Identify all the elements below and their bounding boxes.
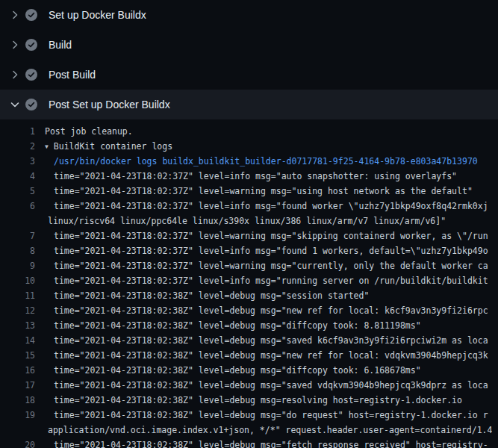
log-line-number[interactable]: 10	[0, 273, 35, 288]
log-line: 16 time="2021-04-23T18:02:38Z" level=deb…	[0, 363, 498, 378]
log-line-text: ▼BuildKit container logs	[35, 139, 172, 154]
log-line-number[interactable]: 11	[0, 288, 35, 303]
log-line-text: time="2021-04-23T18:02:37Z" level=info m…	[35, 199, 488, 214]
log-line-number[interactable]: 2	[0, 139, 35, 154]
log-line-number[interactable]: 20	[0, 438, 35, 448]
log-line: 11 time="2021-04-23T18:02:38Z" level=deb…	[0, 288, 498, 303]
log-line: 3 /usr/bin/docker logs buildx_buildkit_b…	[0, 154, 498, 169]
chevron-right-icon	[9, 39, 21, 51]
log-line-text: time="2021-04-23T18:02:38Z" level=debug …	[35, 393, 462, 408]
log-line-number[interactable]: 3	[0, 154, 35, 169]
check-circle-icon	[25, 99, 37, 111]
log-line-number[interactable]: 5	[0, 184, 35, 199]
log-line: linux/riscv64 linux/ppc64le linux/s390x …	[0, 214, 498, 228]
log-line-number[interactable]: 19	[0, 408, 35, 423]
log-line-text: time="2021-04-23T18:02:37Z" level=warnin…	[35, 184, 473, 199]
log-line: 8 time="2021-04-23T18:02:37Z" level=info…	[0, 243, 498, 258]
log-line: 7 time="2021-04-23T18:02:37Z" level=warn…	[0, 228, 498, 243]
log-line-text: time="2021-04-23T18:02:37Z" level=info m…	[35, 243, 488, 258]
log-line: 1 Post job cleanup.	[0, 124, 498, 139]
log-line-text: time="2021-04-23T18:02:38Z" level=debug …	[35, 408, 488, 423]
log-panel: 1 Post job cleanup. 2 ▼BuildKit containe…	[0, 119, 498, 448]
log-line-text: application/vnd.oci.image.index.v1+json,…	[35, 423, 492, 438]
step-title: Set up Docker Buildx	[49, 9, 146, 21]
log-line: 5 time="2021-04-23T18:02:37Z" level=warn…	[0, 184, 498, 199]
group-label[interactable]: BuildKit container logs	[54, 141, 172, 152]
log-line: 9 time="2021-04-23T18:02:37Z" level=warn…	[0, 258, 498, 273]
log-line: 13 time="2021-04-23T18:02:38Z" level=deb…	[0, 318, 498, 333]
log-line-text: time="2021-04-23T18:02:38Z" level=debug …	[35, 303, 488, 318]
log-line-text: time="2021-04-23T18:02:38Z" level=debug …	[35, 318, 421, 333]
log-line-number[interactable]: 8	[0, 243, 35, 258]
log-line-text: time="2021-04-23T18:02:38Z" level=debug …	[35, 378, 488, 393]
log-line: application/vnd.oci.image.index.v1+json,…	[0, 423, 498, 438]
step-title: Build	[49, 39, 72, 51]
log-line-text: time="2021-04-23T18:02:38Z" level=debug …	[35, 348, 488, 363]
log-line-number[interactable]: 13	[0, 318, 35, 333]
log-line: 14 time="2021-04-23T18:02:38Z" level=deb…	[0, 333, 498, 348]
group-collapse-triangle-icon[interactable]: ▼	[45, 143, 49, 150]
chevron-right-icon	[9, 69, 21, 81]
log-line-number[interactable]: 18	[0, 393, 35, 408]
log-line: 18 time="2021-04-23T18:02:38Z" level=deb…	[0, 393, 498, 408]
log-line: 20 time="2021-04-23T18:02:38Z" level=deb…	[0, 438, 498, 448]
log-line-text: linux/riscv64 linux/ppc64le linux/s390x …	[35, 214, 446, 228]
log-line: 6 time="2021-04-23T18:02:37Z" level=info…	[0, 199, 498, 214]
log-line: 4 time="2021-04-23T18:02:37Z" level=info…	[0, 169, 498, 184]
chevron-down-icon	[9, 99, 21, 111]
log-line-number[interactable]: 16	[0, 363, 35, 378]
log-line-text: time="2021-04-23T18:02:38Z" level=debug …	[35, 288, 369, 303]
log-line: 17 time="2021-04-23T18:02:38Z" level=deb…	[0, 378, 498, 393]
log-line-text: time="2021-04-23T18:02:38Z" level=debug …	[35, 438, 488, 448]
log-line-number[interactable]: 12	[0, 303, 35, 318]
log-line-number[interactable]: 1	[0, 124, 35, 139]
check-circle-icon	[25, 39, 37, 51]
log-line-number[interactable]: 6	[0, 199, 35, 214]
log-line-text: time="2021-04-23T18:02:37Z" level=info m…	[35, 169, 457, 184]
log-line: 10 time="2021-04-23T18:02:37Z" level=inf…	[0, 273, 498, 288]
log-line-number[interactable]: 14	[0, 333, 35, 348]
check-circle-icon	[25, 9, 37, 21]
log-line-number[interactable]: 7	[0, 228, 35, 243]
log-line-number	[0, 423, 35, 438]
step-title: Post Set up Docker Buildx	[49, 99, 170, 111]
log-line: 19 time="2021-04-23T18:02:38Z" level=deb…	[0, 408, 498, 423]
log-line-number[interactable]: 9	[0, 258, 35, 273]
log-line-number[interactable]: 17	[0, 378, 35, 393]
step-title: Post Build	[49, 69, 96, 81]
log-line-text: time="2021-04-23T18:02:37Z" level=warnin…	[35, 228, 488, 243]
step-header[interactable]: Post Set up Docker Buildx	[0, 90, 498, 119]
log-line: 15 time="2021-04-23T18:02:38Z" level=deb…	[0, 348, 498, 363]
log-line-text: /usr/bin/docker logs buildx_buildkit_bui…	[35, 154, 478, 169]
steps-list: Set up Docker Buildx Build Post Build Po…	[0, 0, 498, 119]
step-header[interactable]: Set up Docker Buildx	[0, 0, 498, 30]
log-line-number	[0, 214, 35, 228]
chevron-right-icon	[9, 9, 21, 21]
step-header[interactable]: Post Build	[0, 60, 498, 90]
log-line-text: time="2021-04-23T18:02:38Z" level=debug …	[35, 363, 421, 378]
log-line-text: time="2021-04-23T18:02:37Z" level=info m…	[35, 273, 488, 288]
log-line: 12 time="2021-04-23T18:02:38Z" level=deb…	[0, 303, 498, 318]
step-header[interactable]: Build	[0, 30, 498, 60]
log-line-text: time="2021-04-23T18:02:38Z" level=debug …	[35, 333, 488, 348]
log-line: 2 ▼BuildKit container logs	[0, 139, 498, 154]
check-circle-icon	[25, 69, 37, 81]
log-line-text: time="2021-04-23T18:02:37Z" level=warnin…	[35, 258, 488, 273]
log-line-number[interactable]: 4	[0, 169, 35, 184]
log-line-text: Post job cleanup.	[35, 124, 133, 139]
log-line-number[interactable]: 15	[0, 348, 35, 363]
